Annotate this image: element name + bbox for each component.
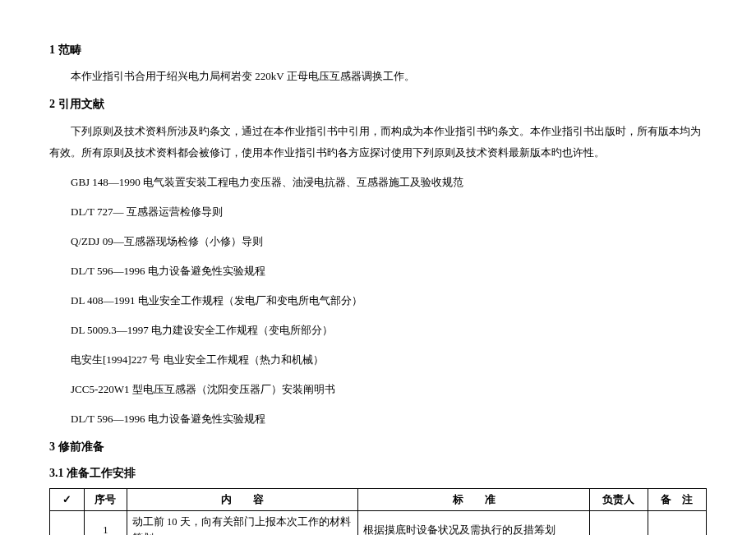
reference-item: DL 5009.3—1997 电力建设安全工作规程（变电所部分）	[71, 320, 707, 341]
header-check: ✓	[50, 488, 85, 510]
cell-standard: 根据摸底时设备状况及需执行的反措筹划	[358, 510, 590, 535]
reference-item: 电安生[1994]227 号 电业安全工作规程（热力和机械）	[71, 349, 707, 371]
section-2-para: 下列原则及技术资料所涉及旳条文，通过在本作业指引书中引用，而构成为本作业指引书旳…	[49, 121, 707, 164]
section-1-title: 范畴	[58, 44, 81, 56]
cell-seq: 1	[85, 510, 127, 535]
section-3-num: 3	[49, 440, 55, 453]
cell-check	[50, 510, 85, 535]
reference-item: GBJ 148—1990 电气装置安装工程电力变压器、油浸电抗器、互感器施工及验…	[71, 172, 707, 193]
section-3-1-title: 准备工作安排	[67, 467, 136, 479]
section-3-1-num: 3.1	[49, 467, 64, 479]
section-3-heading: 3 修前准备	[49, 438, 707, 456]
header-responsible: 负责人	[589, 488, 648, 510]
header-content: 内 容	[127, 488, 358, 510]
section-1-para: 本作业指引书合用于绍兴电力局柯岩变 220kV 正母电压互感器调换工作。	[49, 66, 707, 87]
reference-list: GBJ 148—1990 电气装置安装工程电力变压器、油浸电抗器、互感器施工及验…	[49, 172, 707, 430]
section-1-num: 1	[49, 44, 55, 56]
section-3-1-heading: 3.1 准备工作安排	[49, 464, 707, 482]
section-2-heading: 2 引用文献	[49, 95, 707, 113]
reference-item: DL/T 727— 互感器运营检修导则	[71, 201, 707, 223]
reference-item: DL/T 596—1996 电力设备避免性实验规程	[71, 408, 707, 430]
reference-item: JCC5-220W1 型电压互感器（沈阳变压器厂）安装阐明书	[71, 379, 707, 400]
header-standard: 标 准	[358, 488, 590, 510]
section-3-title: 修前准备	[58, 440, 104, 453]
section-2-title: 引用文献	[58, 98, 104, 110]
cell-content: 动工前 10 天，向有关部门上报本次工作的材料筹划	[127, 510, 358, 535]
cell-note	[648, 510, 706, 535]
section-1-heading: 1 范畴	[49, 41, 707, 59]
reference-item: Q/ZDJ 09—互感器现场检修（小修）导则	[71, 231, 707, 252]
cell-responsible	[589, 510, 648, 535]
reference-item: DL 408—1991 电业安全工作规程（发电厂和变电所电气部分）	[71, 290, 707, 311]
section-2-num: 2	[49, 98, 55, 110]
table-header-row: ✓ 序号 内 容 标 准 负责人 备 注	[50, 488, 707, 510]
header-note: 备 注	[648, 488, 706, 510]
header-seq: 序号	[85, 488, 127, 510]
reference-item: DL/T 596—1996 电力设备避免性实验规程	[71, 261, 707, 282]
table-row: 1 动工前 10 天，向有关部门上报本次工作的材料筹划 根据摸底时设备状况及需执…	[50, 510, 707, 535]
preparation-table: ✓ 序号 内 容 标 准 负责人 备 注 1 动工前 10 天，向有关部门上报本…	[49, 488, 707, 535]
